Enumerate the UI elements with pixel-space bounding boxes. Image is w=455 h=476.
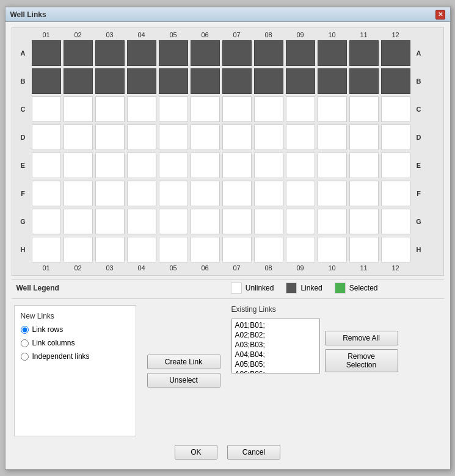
well-D07[interactable] — [222, 124, 252, 150]
well-F09[interactable] — [286, 181, 315, 206]
well-C09[interactable] — [286, 96, 315, 122]
well-H08[interactable] — [254, 237, 283, 262]
well-B09[interactable] — [286, 68, 315, 94]
well-A06[interactable] — [191, 40, 220, 66]
cancel-button[interactable]: Cancel — [227, 445, 280, 460]
independent-links-option[interactable]: Independent links — [21, 352, 129, 361]
well-E09[interactable] — [286, 153, 315, 178]
well-C06[interactable] — [191, 96, 220, 122]
independent-links-radio[interactable] — [21, 353, 29, 361]
well-D02[interactable] — [64, 124, 93, 150]
well-B04[interactable] — [127, 68, 156, 94]
list-item[interactable]: A03;B03; — [233, 340, 318, 350]
unselect-button[interactable]: Unselect — [147, 373, 220, 388]
well-E11[interactable] — [349, 153, 379, 178]
well-F06[interactable] — [191, 181, 220, 206]
well-E04[interactable] — [127, 153, 156, 178]
well-C04[interactable] — [127, 96, 156, 122]
well-C05[interactable] — [159, 96, 188, 122]
well-H04[interactable] — [127, 237, 156, 262]
well-E01[interactable] — [32, 153, 61, 178]
well-H10[interactable] — [318, 237, 347, 262]
well-F07[interactable] — [222, 181, 252, 206]
well-C10[interactable] — [318, 96, 347, 122]
well-A08[interactable] — [254, 40, 283, 66]
well-C07[interactable] — [222, 96, 252, 122]
well-G06[interactable] — [191, 209, 220, 234]
well-G02[interactable] — [64, 209, 93, 234]
remove-selection-button[interactable]: Remove Selection — [325, 349, 398, 372]
well-G08[interactable] — [254, 209, 283, 234]
link-columns-option[interactable]: Link columns — [21, 339, 129, 347]
well-C02[interactable] — [64, 96, 93, 122]
well-G09[interactable] — [286, 209, 315, 234]
well-E12[interactable] — [381, 153, 410, 178]
well-H03[interactable] — [95, 237, 125, 262]
well-D06[interactable] — [191, 124, 220, 150]
well-A11[interactable] — [349, 40, 379, 66]
well-B02[interactable] — [64, 68, 93, 94]
well-A12[interactable] — [381, 40, 410, 66]
list-item[interactable]: A01;B01; — [233, 320, 318, 330]
well-G07[interactable] — [222, 209, 252, 234]
well-F10[interactable] — [318, 181, 347, 206]
well-B12[interactable] — [381, 68, 410, 94]
well-F02[interactable] — [64, 181, 93, 206]
well-D09[interactable] — [286, 124, 315, 150]
well-B01[interactable] — [32, 68, 61, 94]
well-A07[interactable] — [222, 40, 252, 66]
well-B03[interactable] — [95, 68, 125, 94]
well-E03[interactable] — [95, 153, 125, 178]
well-D04[interactable] — [127, 124, 156, 150]
well-B06[interactable] — [191, 68, 220, 94]
well-C11[interactable] — [349, 96, 379, 122]
well-C12[interactable] — [381, 96, 410, 122]
well-E05[interactable] — [159, 153, 188, 178]
well-B11[interactable] — [349, 68, 379, 94]
close-button[interactable]: ✕ — [435, 10, 445, 20]
well-F05[interactable] — [159, 181, 188, 206]
well-D05[interactable] — [159, 124, 188, 150]
well-F12[interactable] — [381, 181, 410, 206]
well-G01[interactable] — [32, 209, 61, 234]
link-rows-radio[interactable] — [21, 326, 29, 334]
well-E02[interactable] — [64, 153, 93, 178]
well-H01[interactable] — [32, 237, 61, 262]
well-H07[interactable] — [222, 237, 252, 262]
well-B10[interactable] — [318, 68, 347, 94]
well-D08[interactable] — [254, 124, 283, 150]
well-B05[interactable] — [159, 68, 188, 94]
well-A09[interactable] — [286, 40, 315, 66]
well-E06[interactable] — [191, 153, 220, 178]
well-D01[interactable] — [32, 124, 61, 150]
well-B07[interactable] — [222, 68, 252, 94]
well-A10[interactable] — [318, 40, 347, 66]
well-H11[interactable] — [349, 237, 379, 262]
well-E07[interactable] — [222, 153, 252, 178]
remove-all-button[interactable]: Remove All — [325, 331, 398, 345]
well-D11[interactable] — [349, 124, 379, 150]
well-G11[interactable] — [349, 209, 379, 234]
list-item[interactable]: A04;B04; — [233, 350, 318, 359]
well-G10[interactable] — [318, 209, 347, 234]
well-F01[interactable] — [32, 181, 61, 206]
well-B08[interactable] — [254, 68, 283, 94]
well-E08[interactable] — [254, 153, 283, 178]
well-A05[interactable] — [159, 40, 188, 66]
link-rows-option[interactable]: Link rows — [21, 325, 129, 334]
well-C08[interactable] — [254, 96, 283, 122]
list-item[interactable]: A02;B02; — [233, 330, 318, 340]
well-E10[interactable] — [318, 153, 347, 178]
create-link-button[interactable]: Create Link — [147, 355, 220, 369]
well-A04[interactable] — [127, 40, 156, 66]
link-columns-radio[interactable] — [21, 339, 29, 347]
well-H02[interactable] — [64, 237, 93, 262]
existing-links-list[interactable]: A01;B01; A02;B02; A03;B03; A04;B04; A05;… — [231, 319, 320, 373]
well-D03[interactable] — [95, 124, 125, 150]
ok-button[interactable]: OK — [175, 445, 217, 460]
well-D12[interactable] — [381, 124, 410, 150]
well-A02[interactable] — [64, 40, 93, 66]
well-H12[interactable] — [381, 237, 410, 262]
well-G04[interactable] — [127, 209, 156, 234]
well-C03[interactable] — [95, 96, 125, 122]
